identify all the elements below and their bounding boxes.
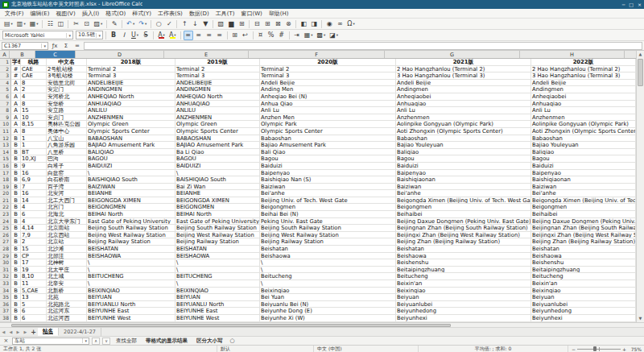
cell[interactable]: Bagou — [260, 155, 396, 163]
cell[interactable]: Baiziwan — [260, 184, 396, 191]
scroll-up-icon[interactable]: ▲ — [637, 51, 644, 58]
cell[interactable]: Terminal 2 — [87, 66, 175, 73]
chevron-down-icon[interactable]: ▾ — [23, 22, 25, 26]
cell[interactable]: BAISHIQIAO South — [87, 176, 175, 184]
row-header-38[interactable]: 38 — [0, 315, 11, 322]
cell[interactable]: Baiduizi — [396, 163, 531, 170]
cell[interactable]: 7 — [21, 184, 47, 191]
chevron-down-icon[interactable]: ▾ — [82, 338, 87, 343]
save-icon[interactable]: ▦▾ — [28, 19, 40, 29]
cell[interactable]: BEIYUNHE East — [175, 308, 260, 315]
cell[interactable]: Baishiqiaonan — [396, 176, 531, 184]
menu-item-6[interactable]: 工作表(S) — [155, 9, 186, 19]
selection-sum-status[interactable]: 平均值: ; 求和: 0 — [419, 346, 568, 352]
cell[interactable]: Beihaibei — [531, 211, 636, 218]
cell[interactable]: 北京大学东门 — [47, 218, 87, 226]
find-next-icon[interactable]: ∨ — [102, 338, 110, 345]
cell[interactable]: Beigongmen — [260, 204, 396, 211]
column-header-G[interactable]: G — [385, 51, 520, 58]
cell[interactable]: 北辛安 — [47, 280, 87, 288]
cell[interactable]: Beixinqiao — [531, 288, 636, 295]
cell[interactable]: 16 — [21, 190, 47, 197]
cell[interactable]: 安河桥北 — [47, 93, 87, 101]
cell[interactable]: Beigongmen — [531, 204, 636, 211]
cell[interactable]: 北安河 — [47, 190, 87, 197]
row-header-33[interactable]: 33 — [0, 280, 11, 288]
cell[interactable]: Aolinpike Gongyuan (Olympic Park) — [396, 121, 531, 128]
cell[interactable]: Beitucheng — [531, 273, 636, 280]
row-header-28[interactable]: 28 — [0, 246, 11, 253]
cell[interactable]: BAIDUIZI — [87, 163, 175, 170]
menu-item-8[interactable]: 工具(T) — [213, 9, 238, 19]
font-name-input[interactable] — [5, 32, 66, 39]
cell[interactable]: Beigongda Ximen (Beijing Univ. of Tech. … — [531, 197, 636, 205]
chevron-down-icon[interactable]: ▾ — [311, 33, 312, 37]
add-sheet-button[interactable]: + — [29, 328, 38, 336]
cell[interactable]: 北京南站 — [47, 225, 87, 232]
cell[interactable]: Beijing South Railway Station — [175, 225, 260, 232]
delete-column-icon[interactable]: ⊗ — [283, 19, 293, 29]
vertical-scrollbar[interactable]: ▲ ▼ — [636, 51, 644, 322]
cell[interactable]: 6 — [21, 315, 47, 322]
row-header-26[interactable]: 26 — [0, 232, 11, 239]
chevron-down-icon[interactable]: ▾ — [353, 22, 354, 26]
cell[interactable]: Terminal 3 — [175, 72, 260, 80]
copy-icon[interactable]: ⊡ — [81, 19, 91, 29]
cell[interactable]: A — [11, 101, 21, 108]
cell[interactable]: Beitaipingzhuang — [396, 267, 531, 274]
cell[interactable]: 2 — [21, 86, 47, 93]
insert-hyperlink-icon[interactable]: ∞ — [335, 19, 345, 29]
cell[interactable]: 8,10 — [21, 273, 47, 280]
cell[interactable]: Anheqiao Bei (N) — [260, 93, 396, 101]
find-input[interactable]: ▾ — [12, 338, 89, 345]
cell[interactable]: Beijing Railway Station — [260, 238, 396, 246]
name-box-input[interactable] — [4, 43, 41, 49]
cell[interactable]: 北太平庄 — [47, 267, 87, 274]
cell[interactable]: B — [11, 259, 21, 267]
cell[interactable]: BEITUCHENG — [87, 273, 175, 280]
cell[interactable]: Beixinqiao — [260, 288, 396, 295]
row-header-16[interactable]: 16 — [0, 163, 11, 170]
function-wizard-icon[interactable]: ƒx — [50, 42, 60, 50]
cell[interactable]: Anhuaqiao — [396, 101, 531, 108]
insert-image-icon[interactable]: ▧ — [216, 19, 225, 29]
cell[interactable]: Olympic Sports Center — [87, 128, 175, 135]
cell[interactable]: 2022版 — [531, 59, 636, 66]
cell[interactable]: 2 — [21, 238, 47, 246]
cell[interactable]: Aoti Zhongxin (Olympic Sports Center) — [531, 128, 636, 135]
cell[interactable]: BAGOU — [87, 155, 175, 163]
cell[interactable]: Beijing South Railway Station — [260, 225, 396, 232]
cell[interactable]: Beishaowa — [260, 253, 396, 260]
row-header-4[interactable]: 4 — [0, 80, 11, 87]
row-header-19[interactable]: 19 — [0, 184, 11, 191]
cell[interactable]: 北京站 — [47, 238, 87, 246]
cell[interactable]: 5,CAE — [21, 288, 47, 295]
cell[interactable]: 1 — [21, 135, 47, 143]
row-header-36[interactable]: 36 — [0, 301, 11, 309]
cell[interactable]: Terminal 2 — [175, 66, 260, 73]
cell[interactable]: B — [11, 225, 21, 232]
cell[interactable]: 北新桥 — [47, 288, 87, 295]
cell[interactable]: Beijing Railway Station — [175, 238, 260, 246]
cell[interactable]: Baipenyao — [531, 170, 636, 177]
cell[interactable]: Bajiao Amusement Park — [260, 142, 396, 149]
cell[interactable]: 北海北 — [47, 211, 87, 218]
font-size-input[interactable] — [78, 32, 96, 39]
cell[interactable]: Beishenshu — [531, 259, 636, 267]
find-and-replace-icon[interactable]: ○ — [229, 338, 237, 344]
minimize-icon[interactable]: ─ — [622, 2, 625, 7]
cell[interactable]: 安德里北街 — [47, 80, 87, 87]
delete-row-icon[interactable]: ⊠ — [273, 19, 283, 29]
highlight-color-icon[interactable]: A▾ — [167, 31, 178, 40]
row-header-27[interactable]: 27 — [0, 238, 11, 246]
cell[interactable]: East Gate of Peking University — [87, 218, 175, 226]
cell[interactable]: 八里桥 — [47, 149, 87, 156]
cell[interactable]: Beiyuan — [396, 294, 531, 301]
insert-comment-icon[interactable]: ◉ — [324, 19, 334, 29]
cell[interactable]: BEITUCHENG — [175, 273, 260, 280]
cell[interactable]: Beiyunhedong — [531, 308, 636, 315]
cell[interactable]: Beixin'an — [531, 280, 636, 288]
cell[interactable]: 字母 — [11, 59, 21, 66]
cell[interactable]: B — [11, 273, 21, 280]
find-previous-icon[interactable]: ∧ — [92, 338, 100, 345]
